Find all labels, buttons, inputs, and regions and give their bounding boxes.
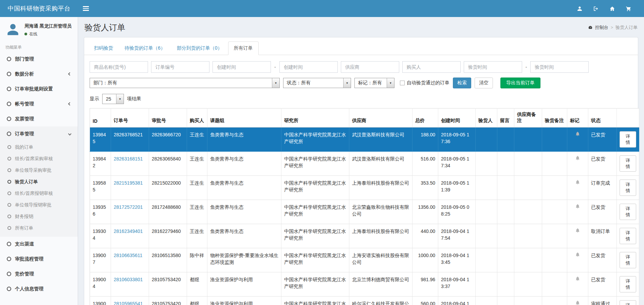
bell-icon[interactable] bbox=[575, 155, 580, 162]
bell-icon[interactable] bbox=[575, 131, 580, 138]
cell-id: 139004 bbox=[90, 272, 111, 296]
sidebar-subitem[interactable]: 组长/首席采购审核 bbox=[0, 153, 78, 165]
supplier-input[interactable] bbox=[341, 61, 399, 73]
export-button[interactable]: 导出当前订单 bbox=[500, 78, 540, 88]
sidebar-item[interactable]: 竞价管理 bbox=[0, 267, 78, 282]
bell-icon[interactable] bbox=[575, 300, 580, 305]
circle-icon bbox=[7, 287, 11, 291]
detail-button[interactable]: 详情 bbox=[620, 252, 636, 268]
cell-action: 详情 bbox=[617, 248, 639, 272]
department-select[interactable]: 部门：所有 ▼ bbox=[90, 78, 280, 88]
column-header: 标记 bbox=[567, 108, 588, 128]
sidebar-item[interactable]: 个人信息管理 bbox=[0, 282, 78, 296]
home-icon[interactable] bbox=[604, 0, 620, 17]
user-icon[interactable] bbox=[571, 0, 588, 17]
orders-panel: 扫码验货待验货的订单（6）部分到货的订单（0）所有订单 - - 部门 bbox=[84, 37, 638, 305]
menu-section-label: 功能菜单 bbox=[0, 40, 78, 52]
app-logo[interactable]: 中国科研物资采购平台 bbox=[0, 0, 78, 17]
cell-supplier: 武汉普洛斯科技有限公司 bbox=[349, 128, 412, 152]
detail-button[interactable]: 详情 bbox=[620, 155, 636, 172]
status-select[interactable]: 状态：所有 ▼ bbox=[283, 78, 351, 88]
detail-button[interactable]: 详情 bbox=[620, 276, 636, 292]
sidebar-item[interactable]: 部门管理 bbox=[0, 52, 78, 67]
cell-institute: 中国水产科学研究院黑龙江水产研究所 bbox=[281, 176, 349, 200]
order-number-link[interactable]: 28105965541 bbox=[114, 301, 143, 305]
table-row[interactable]: 1390032810596554128105753420都煜渔业资源保护与利用中… bbox=[90, 296, 639, 305]
sidebar-item[interactable]: 发票管理 bbox=[0, 112, 78, 126]
bell-icon[interactable] bbox=[575, 204, 580, 210]
cell-message bbox=[497, 128, 514, 152]
cell-message bbox=[497, 272, 514, 296]
sidebar-toggle-icon[interactable] bbox=[78, 0, 93, 17]
tab[interactable]: 待验货的订单（6） bbox=[119, 41, 171, 55]
breadcrumb-home[interactable]: 控制台 bbox=[595, 24, 608, 31]
table-row[interactable]: 1398422826316815128263065840王连生鱼类营养与生态中国… bbox=[90, 152, 639, 176]
sign-out-icon[interactable] bbox=[588, 0, 604, 17]
cart-icon[interactable] bbox=[620, 0, 637, 17]
tab[interactable]: 扫码验货 bbox=[88, 41, 119, 55]
bell-icon[interactable] bbox=[575, 252, 580, 259]
chevron-left-icon bbox=[68, 72, 72, 76]
cell-supplier: 上海安谱实验科技股份有限公司 bbox=[349, 248, 412, 272]
detail-button[interactable]: 详情 bbox=[620, 300, 636, 305]
auto-inspect-checkbox[interactable] bbox=[400, 81, 405, 85]
detail-button[interactable]: 详情 bbox=[620, 228, 636, 244]
sidebar-subitem[interactable]: 我的订单 bbox=[0, 141, 78, 153]
tab[interactable]: 所有订单 bbox=[228, 41, 259, 55]
order-number-link[interactable]: 28106033801 bbox=[114, 277, 143, 282]
order-number-link[interactable]: 28215195381 bbox=[114, 180, 143, 186]
sidebar-subitem[interactable]: 单位领导采购审批 bbox=[0, 165, 78, 176]
sidebar-item[interactable]: 支出渠道 bbox=[0, 237, 78, 252]
tab[interactable]: 部分到货的订单（0） bbox=[171, 41, 228, 55]
order-number-input[interactable] bbox=[151, 61, 209, 73]
created-to-input[interactable] bbox=[279, 61, 338, 73]
order-number-link[interactable]: 28263768521 bbox=[114, 132, 143, 137]
table-row[interactable]: 1390042810603380128105753420都煜渔业资源保护与利用中… bbox=[90, 272, 639, 296]
cell-status: 取消订单 bbox=[588, 224, 617, 248]
inspect-to-input[interactable] bbox=[530, 61, 589, 73]
cell-buyer: 王连生 bbox=[187, 200, 207, 224]
sidebar-subitem[interactable]: 单位领导报销审批 bbox=[0, 199, 78, 211]
sidebar-item[interactable]: 审批流程管理 bbox=[0, 252, 78, 267]
product-name-input[interactable] bbox=[90, 61, 148, 73]
page-size-select[interactable]: 25 ▼ bbox=[102, 94, 124, 104]
mark-select[interactable]: 标记：所有 ▼ bbox=[354, 78, 394, 88]
page-title: 验货人订单 bbox=[85, 22, 125, 33]
sidebar-item[interactable]: 数据分析 bbox=[0, 67, 78, 82]
table-row[interactable]: 1390072810663561128106513580陈中祥物种资源保护费-重… bbox=[90, 248, 639, 272]
sidebar-item[interactable]: 订单审批规则设置 bbox=[0, 82, 78, 97]
order-number-link[interactable]: 28172572201 bbox=[114, 204, 143, 210]
bell-icon[interactable] bbox=[575, 276, 580, 283]
order-number-link[interactable]: 28263168151 bbox=[114, 156, 143, 162]
table-row[interactable]: 1398452826376852128263666720王连生鱼类营养与生态中国… bbox=[90, 128, 639, 152]
clear-button[interactable]: 清空 bbox=[475, 78, 493, 88]
sidebar-subitem[interactable]: 所有订单 bbox=[0, 222, 78, 234]
sidebar-subitem[interactable]: 验货人订单 bbox=[0, 176, 78, 188]
search-button[interactable]: 检索 bbox=[453, 78, 471, 88]
inspect-from-input[interactable] bbox=[464, 61, 522, 73]
detail-button[interactable]: 详情 bbox=[620, 131, 636, 148]
bell-icon[interactable] bbox=[575, 228, 580, 235]
cell-buyer: 都煜 bbox=[187, 296, 207, 305]
bell-icon[interactable] bbox=[575, 180, 580, 186]
detail-button[interactable]: 详情 bbox=[620, 180, 636, 196]
order-number-link[interactable]: 28162349401 bbox=[114, 228, 143, 234]
created-from-input[interactable] bbox=[213, 61, 271, 73]
circle-icon bbox=[7, 203, 11, 207]
column-header: ID bbox=[90, 108, 111, 128]
show-label: 显示 bbox=[90, 96, 99, 102]
sidebar-subitem[interactable]: 财务报销 bbox=[0, 211, 78, 222]
order-number-link[interactable]: 28106635611 bbox=[114, 253, 143, 258]
table-row[interactable]: 1395852821519538128215022000王连生鱼类营养与生态中国… bbox=[90, 176, 639, 200]
table-row[interactable]: 1393562817257220128172488680王连生鱼类营养与生态中国… bbox=[90, 200, 639, 224]
table-row[interactable]: 1393042816234940128162279460王连生鱼类营养与生态中国… bbox=[90, 224, 639, 248]
sidebar-item[interactable]: 订单管理 bbox=[0, 126, 78, 141]
cell-group: 物种资源保护费-重要渔业水域生态环境监测 bbox=[207, 248, 281, 272]
detail-button[interactable]: 详情 bbox=[620, 204, 636, 220]
cell-supplier: 上海泰坦科技股份有限公司 bbox=[349, 224, 412, 248]
cell-supplier-note bbox=[514, 224, 542, 248]
sidebar-item[interactable]: 帐号管理 bbox=[0, 97, 78, 112]
sidebar-subitem[interactable]: 组长/首席报销审核 bbox=[0, 188, 78, 199]
buyer-input[interactable] bbox=[402, 61, 461, 73]
column-header: 审批号 bbox=[149, 108, 187, 128]
